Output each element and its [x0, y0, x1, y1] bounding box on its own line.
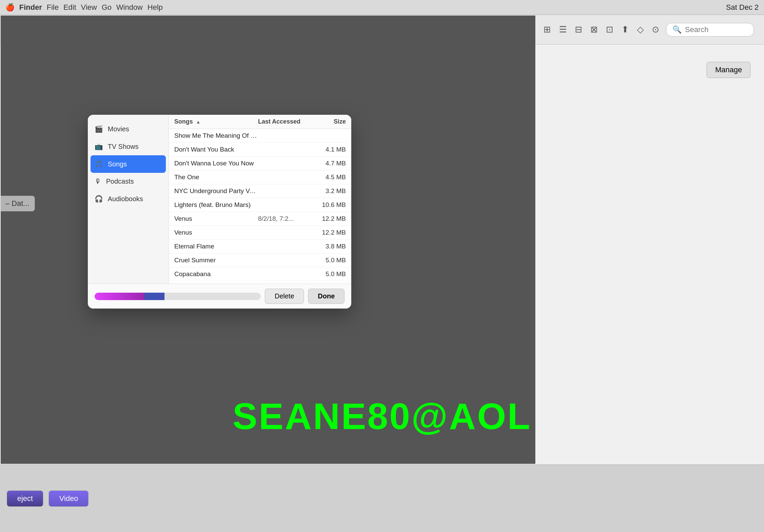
date-display: Sat Dec 2 — [726, 3, 759, 12]
progress-pink — [95, 293, 145, 300]
edit-menu[interactable]: Edit — [63, 3, 76, 12]
table-row[interactable]: NYC Underground Party Vol. 5 Megamix 3.2… — [169, 184, 351, 198]
audiobooks-icon: 🎧 — [95, 195, 103, 203]
file-menu[interactable]: File — [47, 3, 58, 12]
table-row[interactable]: Eternal Flame 3.8 MB — [169, 240, 351, 254]
row-song: NYC Underground Party Vol. 5 Megamix — [174, 187, 258, 195]
row-last — [258, 243, 312, 250]
eject-button[interactable]: eject — [7, 490, 43, 507]
row-song: Copacabana — [174, 270, 258, 278]
sidebar-item-audiobooks[interactable]: 🎧 Audiobooks — [88, 190, 169, 208]
table-row[interactable]: Venus 12.2 MB — [169, 226, 351, 240]
apple-icon[interactable]: 🍎 — [5, 3, 15, 12]
row-size: 10.6 MB — [312, 201, 346, 209]
sidebar-label-podcasts: Podcasts — [106, 178, 134, 185]
table-row[interactable]: I Write The Songs 10/26/17, 1... 3.8 MB — [169, 281, 351, 284]
modal-inner: 🎬 Movies 📺 TV Shows 🎵 Songs 🎙 Podcasts 🎧… — [88, 115, 351, 284]
sidebar-item-tvshows[interactable]: 📺 TV Shows — [88, 138, 169, 155]
row-last — [258, 270, 312, 278]
icon-list[interactable]: ☰ — [559, 24, 567, 35]
bottom-bar: eject Video — [0, 464, 764, 532]
sidebar-item-movies[interactable]: 🎬 Movies — [88, 120, 169, 138]
row-last — [258, 146, 312, 153]
table-row[interactable]: Lighters (feat. Bruno Mars) 10.6 MB — [169, 198, 351, 212]
ipod-info: Sean's iPod iPod classic · 159.76 GB (11… — [45, 58, 218, 82]
table-header: Songs ▲ Last Accessed Size — [169, 115, 351, 129]
toolbar-icons: ⊞ ☰ ⊟ ⊠ ⊡ ⬆ ◇ ⊙ — [543, 24, 659, 35]
row-last — [258, 187, 312, 195]
row-size: 4.5 MB — [312, 174, 346, 181]
table-row[interactable]: Show Me The Meaning Of Being Lonely — [169, 129, 351, 143]
icon-tag[interactable]: ◇ — [637, 24, 644, 35]
modal-sidebar: 🎬 Movies 📺 TV Shows 🎵 Songs 🎙 Podcasts 🎧… — [88, 115, 169, 284]
row-size: 12.2 MB — [312, 215, 346, 222]
table-body: Show Me The Meaning Of Being Lonely Don'… — [169, 129, 351, 284]
sidebar-label-songs: Songs — [108, 160, 127, 168]
tvshows-icon: 📺 — [95, 142, 103, 151]
table-row[interactable]: Don't Want You Back 4.1 MB — [169, 143, 351, 157]
row-last — [258, 132, 312, 139]
row-song: Venus — [174, 215, 258, 222]
manage-button[interactable]: Manage — [707, 62, 750, 78]
table-row[interactable]: Cruel Summer 5.0 MB — [169, 254, 351, 267]
row-song: The One — [174, 174, 258, 181]
table-row[interactable]: Don't Wanna Lose You Now 4.7 MB — [169, 157, 351, 170]
modal-footer: Delete Done — [88, 284, 351, 309]
row-size: 4.7 MB — [312, 160, 346, 167]
ipod-header: Sean's iPod iPod classic · 159.76 GB (11… — [0, 45, 764, 92]
row-size: 5.0 MB — [312, 257, 346, 264]
row-song: Eternal Flame — [174, 243, 258, 250]
search-input[interactable] — [685, 25, 746, 34]
watermark: SEANE80@AOL — [0, 395, 764, 437]
progress-bar — [95, 293, 261, 300]
dat-label: – Dat... — [0, 196, 35, 211]
search-bar[interactable]: 🔍 — [666, 23, 754, 36]
sidebar-label-tvshows: TV Shows — [108, 143, 138, 151]
row-size: 4.1 MB — [312, 146, 346, 153]
movies-icon: 🎬 — [95, 125, 103, 133]
row-last — [258, 174, 312, 181]
row-last — [258, 201, 312, 209]
video-button[interactable]: Video — [49, 490, 88, 507]
row-size: 3.2 MB — [312, 187, 346, 195]
icon-column[interactable]: ⊟ — [575, 24, 582, 35]
col-header-last: Last Accessed — [258, 118, 312, 125]
col-header-songs: Songs ▲ — [174, 118, 258, 125]
search-icon: 🔍 — [672, 25, 682, 34]
row-song: Don't Wanna Lose You Now — [174, 160, 258, 167]
menu-bar: 🍎 Finder File Edit View Go Window Help S… — [0, 0, 764, 15]
row-size: 12.2 MB — [312, 229, 346, 236]
row-last — [258, 229, 312, 236]
icon-gallery[interactable]: ⊠ — [590, 24, 598, 35]
delete-button[interactable]: Delete — [265, 289, 304, 304]
table-row[interactable]: Copacabana 5.0 MB — [169, 267, 351, 281]
view-menu[interactable]: View — [81, 3, 97, 12]
done-button[interactable]: Done — [308, 289, 345, 304]
icon-share[interactable]: ⊙ — [652, 24, 659, 35]
icon-action[interactable]: ⬆ — [621, 24, 629, 35]
modal-content: Songs ▲ Last Accessed Size Show Me The M… — [169, 115, 351, 284]
row-last — [258, 160, 312, 167]
sidebar-label-audiobooks: Audiobooks — [108, 195, 143, 203]
sidebar-item-podcasts[interactable]: 🎙 Podcasts — [88, 173, 169, 190]
col-header-size: Size — [312, 118, 346, 125]
songs-icon: 🎵 — [95, 160, 103, 168]
row-last — [258, 257, 312, 264]
window-menu[interactable]: Window — [116, 3, 143, 12]
finder-menu[interactable]: Finder — [19, 3, 42, 12]
go-menu[interactable]: Go — [102, 3, 111, 12]
sidebar-item-songs[interactable]: 🎵 Songs — [91, 155, 166, 173]
row-size: 5.0 MB — [312, 270, 346, 278]
icon-group[interactable]: ⊡ — [606, 24, 613, 35]
help-menu[interactable]: Help — [148, 3, 163, 12]
table-row[interactable]: Venus 8/2/18, 7:2... 12.2 MB — [169, 212, 351, 226]
icon-grid[interactable]: ⊞ — [543, 24, 551, 35]
progress-blue — [145, 293, 164, 300]
table-row[interactable]: The One 4.5 MB — [169, 170, 351, 184]
menu-bar-left: 🍎 Finder File Edit View Go Window Help — [5, 3, 163, 12]
sidebar-label-movies: Movies — [108, 125, 129, 133]
row-song: Don't Want You Back — [174, 146, 258, 153]
row-size: 3.8 MB — [312, 243, 346, 250]
row-song: Show Me The Meaning Of Being Lonely — [174, 132, 258, 139]
row-song: Lighters (feat. Bruno Mars) — [174, 201, 258, 209]
